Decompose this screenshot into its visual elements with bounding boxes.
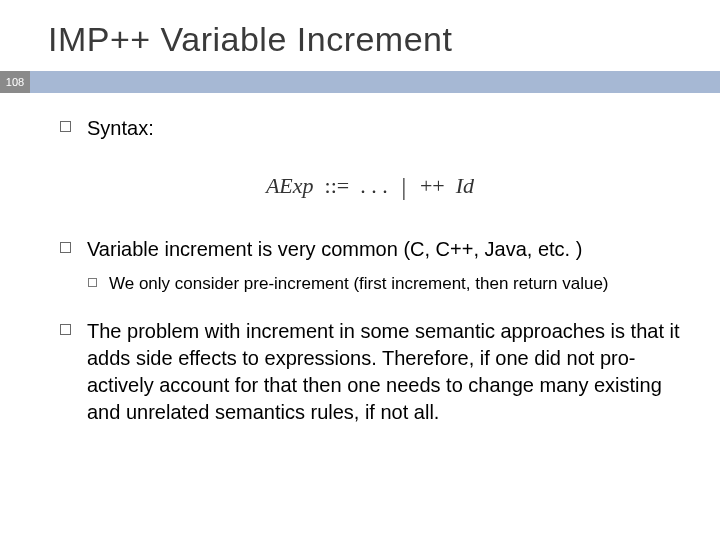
formula-separator: | bbox=[401, 172, 406, 201]
formula-rhs: Id bbox=[456, 173, 474, 198]
slide-number-badge: 108 bbox=[0, 71, 30, 93]
syntax-formula: AExp ::= . . . | ++ Id bbox=[60, 170, 680, 200]
slide-number-bar: 108 bbox=[0, 71, 720, 93]
sub-bullet-text: We only consider pre-increment (first in… bbox=[109, 273, 609, 296]
bullet-text: Variable increment is very common (C, C+… bbox=[87, 236, 582, 263]
formula-def: ::= bbox=[325, 173, 350, 198]
bullet-text: Syntax: bbox=[87, 115, 154, 142]
bullet-syntax: Syntax: bbox=[60, 115, 680, 142]
formula-lhs: AExp bbox=[266, 173, 314, 198]
bullet-text: The problem with increment in some seman… bbox=[87, 318, 680, 426]
sub-bullet-preincrement: We only consider pre-increment (first in… bbox=[88, 273, 680, 296]
bullet-marker-icon bbox=[60, 242, 71, 253]
slide-content: Syntax: AExp ::= . . . | ++ Id Variable … bbox=[0, 93, 720, 426]
bullet-problem: The problem with increment in some seman… bbox=[60, 318, 680, 426]
slide-title: IMP++ Variable Increment bbox=[0, 0, 720, 71]
formula-dots: . . . bbox=[360, 173, 388, 198]
bullet-marker-icon bbox=[60, 121, 71, 132]
sub-bullet-marker-icon bbox=[88, 278, 97, 287]
formula-op: ++ bbox=[420, 173, 445, 198]
bullet-common: Variable increment is very common (C, C+… bbox=[60, 236, 680, 263]
bullet-marker-icon bbox=[60, 324, 71, 335]
